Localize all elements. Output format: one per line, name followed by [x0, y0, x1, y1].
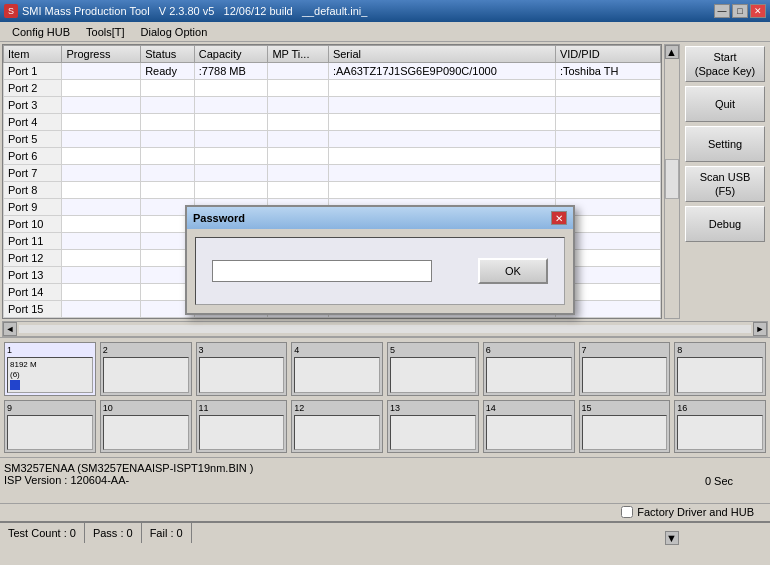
dialog-title-text: Password	[193, 212, 245, 224]
dialog-title-bar: Password ✕	[187, 207, 573, 229]
password-dialog: Password ✕ OK	[185, 205, 575, 315]
dialog-body: OK	[195, 237, 565, 305]
ok-button[interactable]: OK	[478, 258, 548, 284]
dialog-overlay: Password ✕ OK	[0, 0, 770, 565]
password-input[interactable]	[212, 260, 432, 282]
dialog-close-button[interactable]: ✕	[551, 211, 567, 225]
